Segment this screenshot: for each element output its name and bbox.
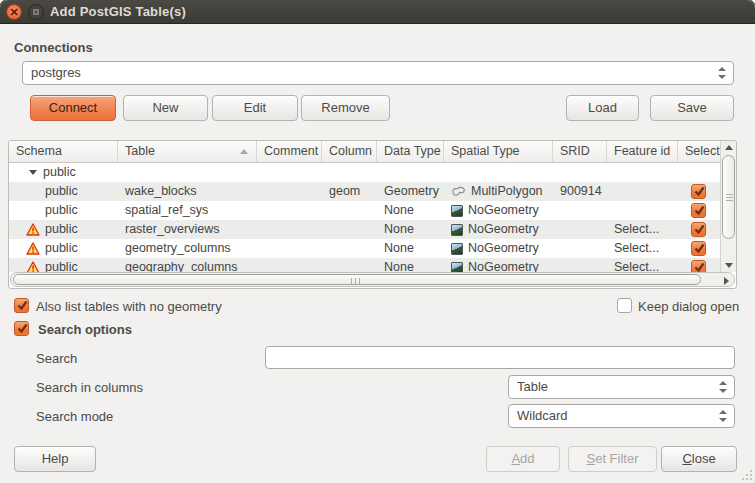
header-schema[interactable]: Schema (9, 141, 118, 162)
header-srid[interactable]: SRID (553, 141, 607, 162)
scrollbar-grip-icon (351, 278, 360, 284)
spinner-arrows-icon[interactable] (719, 381, 727, 393)
cell-comment (257, 220, 322, 239)
cell-spatial-type: NoGeometry (444, 201, 553, 220)
row-select-checkbox[interactable] (691, 222, 706, 237)
table-row[interactable]: public raster_overviews None NoGeometry … (9, 220, 720, 239)
close-window-icon[interactable]: ✕ (6, 4, 22, 20)
cell-comment (257, 182, 322, 201)
cell-srid (553, 201, 607, 220)
remove-button[interactable]: Remove (301, 95, 390, 121)
cell-schema: public (9, 258, 118, 272)
row-select-checkbox[interactable] (691, 203, 706, 218)
table-row[interactable]: public geography_columns None NoGeometry… (9, 258, 720, 272)
help-button[interactable]: Help (14, 446, 96, 472)
also-list-label: Also list tables with no geometry (36, 299, 222, 314)
feature-id-select[interactable]: Select... (607, 239, 678, 258)
spatial-type-label: NoGeometry (468, 201, 539, 220)
cell-data-type: Geometry (377, 182, 444, 201)
no-geometry-icon (451, 224, 463, 236)
keep-dialog-open-checkbox[interactable] (617, 298, 632, 313)
save-button[interactable]: Save (650, 95, 734, 121)
warning-icon (26, 242, 40, 255)
minimize-window-icon[interactable] (28, 4, 44, 20)
cell-schema: public (9, 220, 118, 239)
header-feature-id[interactable]: Feature id (607, 141, 678, 162)
header-select[interactable]: Select (678, 141, 720, 162)
cell-table: spatial_ref_sys (118, 201, 257, 220)
spatial-type-label: MultiPolygon (471, 182, 543, 201)
horizontal-scrollbar-thumb[interactable] (13, 274, 701, 285)
cell-table: geography_columns (118, 258, 257, 272)
scroll-right-icon[interactable] (724, 277, 729, 285)
load-button[interactable]: Load (566, 95, 639, 121)
no-geometry-icon (451, 262, 463, 273)
feature-id-select[interactable]: Select... (607, 220, 678, 239)
tree-collapse-icon[interactable] (29, 170, 37, 175)
search-in-columns-label: Search in columns (36, 380, 143, 395)
search-in-columns-value: Table (517, 379, 548, 394)
cell-comment (257, 239, 322, 258)
cell-table: wake_blocks (118, 182, 257, 201)
header-spatial-type[interactable]: Spatial Type (444, 141, 553, 162)
add-button[interactable]: Add (486, 446, 560, 472)
table-row[interactable]: public geometry_columns None NoGeometry … (9, 239, 720, 258)
cell-column: geom (322, 182, 377, 201)
header-comment[interactable]: Comment (257, 141, 322, 162)
table-body: public public wake_blocks geom Geometry … (9, 163, 720, 272)
also-list-checkbox[interactable] (14, 298, 29, 313)
cell-feature-id (607, 182, 678, 201)
table-header-row: Schema Table Comment Column Data Type Sp… (9, 141, 720, 163)
edit-button[interactable]: Edit (212, 95, 298, 121)
header-data-type[interactable]: Data Type (377, 141, 444, 162)
cell-schema-label: public (45, 241, 78, 255)
search-options-checkbox[interactable] (14, 321, 29, 336)
connections-combobox-value: postgres (31, 65, 81, 80)
horizontal-scrollbar[interactable] (10, 272, 735, 287)
new-button[interactable]: New (123, 95, 208, 121)
connections-combobox[interactable]: postgres (22, 61, 734, 85)
cell-select (678, 258, 720, 272)
cell-spatial-type: NoGeometry (444, 258, 553, 272)
row-select-checkbox[interactable] (691, 241, 706, 256)
spinner-arrows-icon[interactable] (718, 67, 726, 79)
spinner-arrows-icon[interactable] (719, 410, 727, 422)
cell-select (678, 220, 720, 239)
header-table-label: Table (125, 144, 155, 158)
row-select-checkbox[interactable] (691, 260, 706, 272)
multipolygon-icon (451, 186, 466, 197)
table-row[interactable]: public wake_blocks geom Geometry MultiPo… (9, 182, 720, 201)
cell-spatial-type: NoGeometry (444, 220, 553, 239)
cell-spatial-type: NoGeometry (444, 239, 553, 258)
no-geometry-icon (451, 205, 463, 217)
header-table[interactable]: Table (118, 141, 257, 162)
cell-schema: public (9, 201, 118, 220)
search-in-columns-combobox[interactable]: Table (508, 375, 735, 399)
tables-list: Schema Table Comment Column Data Type Sp… (8, 140, 737, 289)
cell-srid (553, 258, 607, 272)
cell-schema: public (9, 239, 118, 258)
cell-data-type: None (377, 201, 444, 220)
set-filter-button[interactable]: Set Filter (568, 446, 657, 472)
scroll-up-icon[interactable] (725, 145, 733, 150)
connect-button[interactable]: Connect (30, 95, 116, 121)
header-column[interactable]: Column (322, 141, 377, 162)
vertical-scrollbar[interactable] (720, 141, 736, 272)
cell-table: geometry_columns (118, 239, 257, 258)
scroll-down-icon[interactable] (725, 263, 733, 268)
vertical-scrollbar-thumb[interactable] (722, 155, 735, 239)
search-input[interactable] (265, 346, 735, 369)
keep-dialog-open-label: Keep dialog open (638, 299, 739, 314)
cell-feature-id (607, 201, 678, 220)
search-mode-combobox[interactable]: Wildcard (508, 404, 735, 428)
feature-id-select[interactable]: Select... (607, 258, 678, 272)
close-button[interactable]: Close (661, 446, 737, 472)
table-row[interactable]: public spatial_ref_sys None NoGeometry (9, 201, 720, 220)
cell-table: raster_overviews (118, 220, 257, 239)
schema-group-row[interactable]: public (9, 163, 720, 182)
resize-grip[interactable] (741, 469, 753, 481)
search-mode-label: Search mode (36, 409, 113, 424)
warning-icon (26, 223, 40, 236)
cell-data-type: None (377, 239, 444, 258)
row-select-checkbox[interactable] (691, 184, 706, 199)
